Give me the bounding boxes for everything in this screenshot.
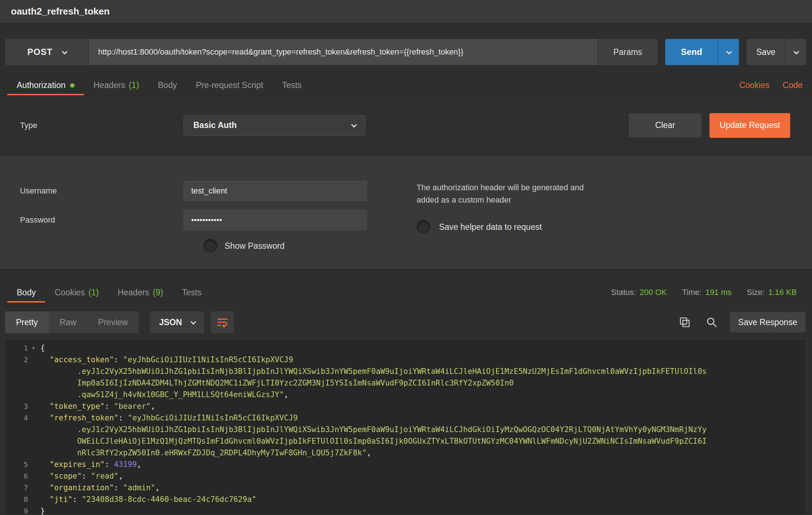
auth-type-value: Basic Auth (193, 120, 237, 130)
tab-label: Authorization (17, 80, 65, 90)
code-link[interactable]: Code (783, 80, 803, 90)
password-label: Password (0, 215, 184, 225)
copy-response-button[interactable] (676, 314, 694, 331)
copy-icon (679, 316, 691, 328)
gutter: 9 (5, 505, 40, 515)
code-line: "organization": "admin", (40, 482, 160, 494)
code-row: .qawS1Z4j_h4vNx10GBC_Y_PHM1LLSQt64eniWLG… (5, 389, 806, 400)
code-line: .qawS1Z4j_h4vNx10GBC_Y_PHM1LLSQt64eniWLG… (40, 389, 289, 400)
request-tab-body[interactable]: Body (148, 75, 186, 95)
response-tab-cookies[interactable]: Cookies(1) (45, 282, 108, 303)
response-json: 1▾{2"access_token": "eyJhbGciOiJIUzI1NiI… (5, 342, 806, 515)
code-line: nRlc3RfY2xpZW50In0.eHRWxFZDJDq_2RDPL4Dhy… (40, 447, 371, 459)
chevron-down-icon (351, 122, 357, 128)
fold-caret-icon[interactable]: ▾ (28, 342, 39, 354)
gutter (5, 435, 40, 447)
auth-type-section: Type Basic Auth Clear Update Request (0, 96, 812, 155)
tab-label: Cookies (55, 288, 85, 298)
gutter: 6 (5, 470, 40, 482)
line-number: 3 (5, 400, 28, 412)
line-number: 5 (5, 459, 28, 470)
save-dropdown-button[interactable] (785, 39, 806, 65)
chevron-down-icon (190, 319, 196, 325)
save-helper-label: Save helper data to request (439, 222, 542, 232)
view-mode-raw[interactable]: Raw (49, 311, 87, 333)
request-tab-pre-request-script[interactable]: Pre-request Script (186, 75, 273, 95)
view-mode-switcher: PrettyRawPreview (5, 311, 139, 333)
request-tab-tests[interactable]: Tests (273, 75, 311, 95)
response-tabs: BodyCookies(1)Headers(9)Tests (7, 282, 211, 303)
format-dropdown[interactable]: JSON (150, 311, 204, 333)
code-row: nRlc3RfY2xpZW50In0.eHRWxFZDJDq_2RDPL4Dhy… (5, 447, 806, 459)
search-icon (706, 316, 717, 328)
response-tab-body[interactable]: Body (7, 282, 45, 303)
chevron-down-icon (793, 49, 799, 55)
chevron-down-icon (62, 49, 68, 55)
auth-configured-dot (70, 83, 75, 88)
tab-label: Body (158, 80, 177, 90)
save-button[interactable]: Save (747, 39, 785, 65)
save-helper-toggle[interactable] (417, 220, 430, 234)
show-password-toggle[interactable] (204, 239, 217, 253)
tab-count: (9) (153, 288, 163, 298)
code-row: .eyJ1c2VyX25hbWUiOiJhZG1pbiIsInNjb3BlIjp… (5, 424, 806, 435)
save-helper-row: Save helper data to request (417, 220, 649, 234)
clear-button[interactable]: Clear (629, 113, 702, 137)
send-dropdown-button[interactable] (718, 39, 739, 65)
search-response-button[interactable] (703, 314, 720, 331)
password-field[interactable] (184, 210, 367, 230)
tab-label: Tests (282, 80, 302, 90)
tab-label: Headers (118, 288, 149, 298)
username-field[interactable] (184, 181, 367, 201)
line-number: 7 (5, 482, 28, 494)
url-input[interactable] (89, 39, 598, 65)
request-title: oauth2_refresh_token (11, 6, 110, 17)
params-button[interactable]: Params (598, 39, 658, 65)
code-line: } (40, 505, 45, 515)
auth-type-label: Type (0, 121, 184, 130)
response-meta: Status:200 OK Time:191 ms Size:1.16 KB (611, 282, 803, 303)
response-tab-tests[interactable]: Tests (173, 282, 211, 303)
code-row: 1▾{ (5, 342, 806, 354)
method-dropdown[interactable]: POST (5, 39, 89, 65)
line-number: 8 (5, 494, 28, 505)
gutter: 1▾ (5, 342, 40, 354)
view-mode-pretty[interactable]: Pretty (5, 311, 49, 333)
auth-credentials-section: Username Password Show Password The auth… (0, 155, 812, 270)
tab-label: Headers (93, 80, 125, 90)
send-button[interactable]: Send (665, 39, 718, 65)
response-toolbar: PrettyRawPreview JSON (5, 311, 806, 333)
auth-type-dropdown[interactable]: Basic Auth (184, 115, 365, 136)
request-tab-headers[interactable]: Headers(1) (84, 75, 148, 95)
save-response-button[interactable]: Save Response (730, 312, 805, 332)
tab-count: (1) (89, 288, 99, 298)
cookies-link[interactable]: Cookies (739, 80, 769, 90)
response-tab-headers[interactable]: Headers(9) (108, 282, 173, 303)
auth-helper-column: The authorization header will be generat… (417, 181, 649, 234)
response-body-viewer[interactable]: 1▾{2"access_token": "eyJhbGciOiJIUzI1NiI… (5, 339, 806, 515)
tab-count: (1) (129, 80, 139, 90)
password-row: Password (0, 210, 812, 230)
code-row: 3"token_type": "bearer", (5, 400, 806, 412)
username-label: Username (0, 186, 184, 196)
code-row: 6"scope": "read", (5, 470, 806, 482)
time-badge: Time:191 ms (682, 288, 731, 297)
line-number: 6 (5, 470, 28, 482)
code-row: 2"access_token": "eyJhbGciOiJIUzI1NiIsIn… (5, 354, 806, 366)
request-title-bar: oauth2_refresh_token (0, 0, 812, 23)
request-tab-authorization[interactable]: Authorization (7, 75, 84, 95)
gutter (5, 377, 40, 389)
update-request-button[interactable]: Update Request (710, 113, 790, 138)
code-line: "expires_in": 43199, (40, 459, 141, 470)
format-value: JSON (159, 318, 182, 327)
code-row: 7"organization": "admin", (5, 482, 806, 494)
size-badge: Size:1.16 KB (747, 288, 797, 297)
view-mode-preview[interactable]: Preview (87, 311, 139, 333)
status-badge: Status:200 OK (611, 288, 667, 297)
response-tools-right: Save Response (676, 312, 806, 332)
save-button-group: Save (747, 39, 806, 65)
wrap-lines-button[interactable] (211, 311, 234, 333)
code-line: "access_token": "eyJhbGciOiJIUzI1NiIsInR… (40, 354, 293, 366)
code-line: OWEiLCJleHAiOjE1MzQ1MjQzMTQsImF1dGhvcml0… (40, 435, 707, 447)
show-password-row: Show Password (0, 239, 812, 253)
